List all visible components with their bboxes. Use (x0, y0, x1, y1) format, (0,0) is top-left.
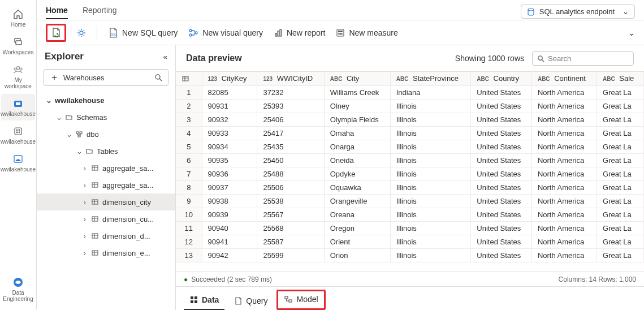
rail-wwilakehouse-2[interactable]: wwilakehouse (1, 122, 35, 148)
column-header[interactable]: ABC Country (471, 72, 532, 85)
rail-data-engineering[interactable]: Data Engineering (1, 273, 35, 305)
cell[interactable]: North America (531, 167, 597, 180)
cell[interactable]: North America (531, 194, 597, 208)
cell[interactable]: Oneida (324, 153, 390, 167)
cell[interactable]: Williams Creek (324, 85, 390, 99)
cell[interactable]: Illinois (390, 99, 471, 113)
cell[interactable]: Illinois (390, 235, 471, 248)
cell[interactable]: 90942 (202, 248, 257, 262)
cell[interactable]: Orangeville (324, 194, 390, 208)
column-header[interactable]: 123 WWICityID (257, 72, 324, 85)
table-row[interactable]: 79093625488OpdykeIllinoisUnited StatesNo… (176, 167, 644, 180)
cell[interactable]: North America (531, 85, 597, 99)
cell[interactable]: Illinois (390, 126, 471, 140)
column-header[interactable]: ABC Continent (531, 72, 597, 85)
cell[interactable]: Oreana (324, 208, 390, 221)
cell[interactable]: Illinois (390, 248, 471, 262)
cell[interactable]: United States (471, 126, 532, 140)
cell[interactable]: United States (471, 208, 532, 221)
cell[interactable]: Great La (597, 167, 644, 180)
table-row[interactable]: 59093425435OnargaIllinoisUnited StatesNo… (176, 140, 644, 153)
tree-table-item[interactable]: ›dimension_city (37, 193, 175, 210)
new-report-button[interactable]: New report (273, 28, 325, 38)
tab-data[interactable]: Data (184, 292, 224, 310)
cell[interactable]: Great La (597, 99, 644, 113)
rail-my-workspace[interactable]: My workspace (1, 60, 35, 93)
pivot-reporting[interactable]: Reporting (83, 5, 117, 19)
cell[interactable]: Great La (597, 153, 644, 167)
cell[interactable]: Illinois (390, 167, 471, 180)
cell[interactable]: Illinois (390, 180, 471, 194)
cell[interactable]: 25488 (257, 167, 324, 180)
preview-search[interactable] (532, 51, 634, 66)
table-row[interactable]: 139094225599OrionIllinoisUnited StatesNo… (176, 248, 644, 262)
cell[interactable]: 90939 (202, 208, 257, 221)
cell[interactable]: Great La (597, 180, 644, 194)
toolbar-overflow[interactable]: ⌄ (628, 28, 635, 37)
refresh-button[interactable] (50, 27, 62, 39)
tab-model[interactable]: Model (276, 290, 325, 310)
cell[interactable]: Great La (597, 85, 644, 99)
cell[interactable]: Oquawka (324, 180, 390, 194)
table-row[interactable]: 29093125393OlneyIllinoisUnited StatesNor… (176, 99, 644, 113)
cell[interactable]: Oregon (324, 221, 390, 235)
new-sql-query-button[interactable]: SQL New SQL query (107, 27, 178, 38)
cell[interactable]: 25417 (257, 126, 324, 140)
column-header[interactable]: ABC Sale (597, 72, 644, 85)
new-visual-query-button[interactable]: New visual query (188, 28, 263, 38)
cell[interactable]: United States (471, 180, 532, 194)
cell[interactable]: 90934 (202, 140, 257, 153)
cell[interactable]: United States (471, 194, 532, 208)
table-row[interactable]: 119094025568OregonIllinoisUnited StatesN… (176, 221, 644, 235)
cell[interactable]: Indiana (390, 85, 471, 99)
cell[interactable]: United States (471, 167, 532, 180)
cell[interactable]: 90937 (202, 180, 257, 194)
endpoint-dropdown[interactable]: SQL analytics endpoint ⌄ (521, 5, 635, 19)
column-header[interactable]: ABC City (324, 72, 390, 85)
cell[interactable]: North America (531, 208, 597, 221)
cell[interactable]: Omaha (324, 126, 390, 140)
cell[interactable]: 90935 (202, 153, 257, 167)
tree-dbo[interactable]: ⌄dbo (37, 126, 175, 143)
column-header[interactable]: 123 CityKey (202, 72, 257, 85)
table-row[interactable]: 109093925567OreanaIllinoisUnited StatesN… (176, 208, 644, 221)
cell[interactable]: North America (531, 235, 597, 248)
table-row[interactable]: 129094125587OrientIllinoisUnited StatesN… (176, 235, 644, 248)
cell[interactable]: Orion (324, 248, 390, 262)
cell[interactable]: 25450 (257, 153, 324, 167)
cell[interactable]: North America (531, 113, 597, 126)
cell[interactable]: United States (471, 140, 532, 153)
cell[interactable]: Illinois (390, 194, 471, 208)
cell[interactable]: Great La (597, 126, 644, 140)
cell[interactable]: Onarga (324, 140, 390, 153)
tree-table-item[interactable]: ›dimension_d... (37, 227, 175, 244)
table-row[interactable]: 49093325417OmahaIllinoisUnited StatesNor… (176, 126, 644, 140)
cell[interactable]: United States (471, 99, 532, 113)
cell[interactable]: Illinois (390, 221, 471, 235)
cell[interactable]: Great La (597, 113, 644, 126)
tree-tables[interactable]: ⌄Tables (37, 143, 175, 160)
cell[interactable]: United States (471, 221, 532, 235)
cell[interactable]: 90932 (202, 113, 257, 126)
cell[interactable]: 25568 (257, 221, 324, 235)
cell[interactable]: 90938 (202, 194, 257, 208)
cell[interactable]: Great La (597, 248, 644, 262)
column-header[interactable]: ABC StateProvince (390, 72, 471, 85)
warehouses-button[interactable]: ＋ Warehouses (44, 69, 168, 86)
table-row[interactable]: 18208537232Williams CreekIndianaUnited S… (176, 85, 644, 99)
tree-table-item[interactable]: ›aggregate_sa... (37, 176, 175, 193)
cell[interactable]: North America (531, 180, 597, 194)
cell[interactable]: 25506 (257, 180, 324, 194)
cell[interactable]: 25599 (257, 248, 324, 262)
cell[interactable]: 25538 (257, 194, 324, 208)
cell[interactable]: United States (471, 85, 532, 99)
cell[interactable]: Opdyke (324, 167, 390, 180)
tree-table-item[interactable]: ›dimension_e... (37, 244, 175, 261)
cell[interactable]: Illinois (390, 208, 471, 221)
cell[interactable]: Great La (597, 208, 644, 221)
collapse-explorer-icon[interactable]: « (163, 53, 167, 61)
search-input[interactable] (548, 54, 629, 63)
cell[interactable]: Olympia Fields (324, 113, 390, 126)
cell[interactable]: North America (531, 140, 597, 153)
cell[interactable]: 25587 (257, 235, 324, 248)
